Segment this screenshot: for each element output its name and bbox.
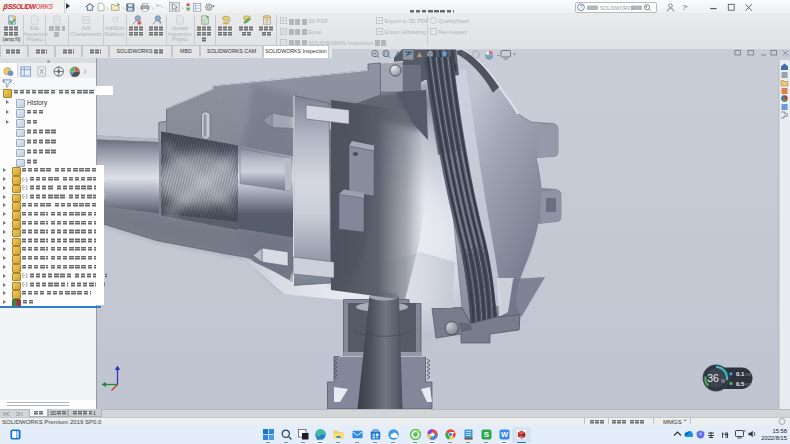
svg-text:0.5: 0.5 [736, 381, 745, 387]
svg-text:SOLIDWORKS: SOLIDWORKS [600, 5, 635, 11]
svg-text:K/S: K/S [746, 373, 752, 377]
svg-text:36: 36 [707, 372, 719, 384]
svg-text:SW: SW [519, 436, 524, 440]
svg-text:W: W [501, 430, 509, 439]
svg-text:K/S: K/S [746, 383, 752, 387]
svg-text:?: ? [579, 4, 582, 10]
svg-text:?: ? [682, 3, 686, 12]
svg-text:0.1: 0.1 [736, 371, 745, 377]
svg-text:56: 56 [83, 17, 89, 23]
svg-text:S: S [484, 430, 490, 439]
svg-text:%: % [721, 379, 725, 384]
